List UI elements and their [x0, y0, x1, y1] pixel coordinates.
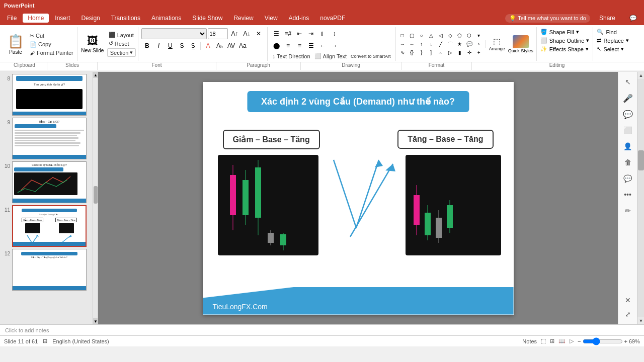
align-right-button[interactable]: ≡: [294, 40, 305, 51]
presentation-icon[interactable]: ▷: [570, 338, 574, 344]
vertical-scrollbar[interactable]: ▲ ▼: [637, 72, 644, 324]
hexagon-shape[interactable]: ⬡: [465, 32, 474, 40]
menu-novapdf[interactable]: novaPDF: [315, 14, 350, 23]
rtriangle-shape[interactable]: ◁: [436, 32, 445, 40]
v-scroll-thumb[interactable]: [638, 150, 644, 170]
chevron-shape[interactable]: ›: [474, 40, 484, 48]
align-left-button[interactable]: ⬤: [271, 40, 282, 51]
v-scroll-down[interactable]: ▼: [637, 317, 644, 324]
quick-styles-button[interactable]: Quick Styles: [507, 34, 534, 54]
change-case-button[interactable]: Aa: [237, 40, 248, 51]
new-slide-button[interactable]: 🖼 New Slide: [79, 35, 106, 53]
layout-button[interactable]: ⬛ Layout: [107, 31, 136, 39]
font-family-select[interactable]: [141, 28, 207, 39]
select-button[interactable]: ↖ Select ▾: [595, 45, 630, 53]
comments-icon[interactable]: 💬: [624, 14, 642, 23]
shape-effects-button[interactable]: ✨ Effects Shape ▾: [539, 45, 591, 53]
menu-animations[interactable]: Animations: [146, 14, 186, 23]
section-button[interactable]: Section ▾: [107, 48, 136, 57]
pen-icon[interactable]: ✏: [621, 204, 635, 218]
slide-img-8[interactable]: Tìm vùng tích lũy là gì?: [12, 74, 87, 116]
decrease-font-button[interactable]: A↓: [241, 28, 252, 39]
bold-button[interactable]: B: [141, 40, 152, 51]
more-shapes[interactable]: ▾: [474, 32, 484, 40]
menu-view[interactable]: View: [260, 14, 283, 23]
slide-img-10[interactable]: Cách xác định điều chỉnh là gì?: [12, 161, 87, 203]
erase-icon[interactable]: ⬜: [621, 123, 635, 137]
rtl-button[interactable]: ←: [317, 40, 328, 51]
brace-shape[interactable]: }: [417, 49, 426, 57]
replace-button[interactable]: ⇄ Replace ▾: [595, 37, 630, 44]
justify-button[interactable]: ☰: [305, 40, 316, 51]
slide-img-12[interactable]: Bầy – Bầy – Tầng (Supply) như thế nào?: [12, 249, 87, 291]
freeform-shape[interactable]: ∿: [398, 49, 407, 57]
scroll-thumb[interactable]: [94, 186, 98, 204]
line-shape[interactable]: ╱: [436, 40, 445, 48]
menu-insert[interactable]: Insert: [50, 14, 75, 23]
increase-indent-button[interactable]: ⇥: [305, 28, 316, 39]
cross-shape[interactable]: ✛: [465, 49, 474, 57]
reset-button[interactable]: ↺ Reset: [107, 40, 136, 47]
more-icon[interactable]: •••: [621, 188, 635, 202]
menu-addins[interactable]: Add-ins: [284, 14, 314, 23]
notes-bar[interactable]: Click to add notes: [0, 324, 644, 335]
paste-button[interactable]: 📋 Paste: [4, 33, 27, 56]
format-painter-button[interactable]: 🖌 Format Painter: [28, 49, 75, 56]
slide-thumb-12[interactable]: 12 Bầy – Bầy – Tầng (Supply) như thế nào…: [2, 249, 91, 291]
plus-shape[interactable]: +: [474, 49, 484, 57]
slide-thumb-9[interactable]: 9 Bằng – Gọi là Gì?: [2, 118, 91, 159]
underline-button[interactable]: U: [165, 40, 176, 51]
shadow-button[interactable]: S̲: [188, 40, 199, 51]
person-icon[interactable]: 👤: [621, 139, 635, 153]
text-highlight-button[interactable]: Aₕ: [214, 40, 225, 51]
bracket-shape[interactable]: ]: [427, 49, 436, 57]
star-shape[interactable]: ★: [455, 40, 464, 48]
v-scroll-track[interactable]: [637, 79, 644, 317]
darrow-shape[interactable]: ↓: [427, 40, 436, 48]
tell-me-input[interactable]: 💡 Tell me what you want to do: [505, 14, 590, 23]
find-button[interactable]: 🔍 Find: [595, 28, 630, 36]
align-center-button[interactable]: ≡: [282, 40, 293, 51]
oval-shape[interactable]: ○: [417, 32, 426, 40]
menu-design[interactable]: Design: [76, 14, 105, 23]
zoom-out-icon[interactable]: −: [578, 338, 581, 344]
rounded-rect-shape[interactable]: ▢: [408, 32, 417, 40]
arrange-button[interactable]: ⬚ Arrange: [488, 36, 506, 52]
close-sidebar-icon[interactable]: ✕: [621, 293, 635, 307]
slide-panel-scrollbar[interactable]: ▲ ▼: [93, 72, 98, 324]
scroll-down-arrow[interactable]: ▼: [93, 318, 98, 324]
slide-sorter-icon[interactable]: ⊞: [550, 338, 554, 344]
menu-transitions[interactable]: Transitions: [106, 14, 145, 23]
shape-outline-button[interactable]: ⬜ Shape Outline ▾: [539, 37, 591, 44]
menu-home[interactable]: Home: [23, 14, 49, 23]
mic-icon[interactable]: 🎤: [621, 91, 635, 105]
decrease-indent-button[interactable]: ⇤: [294, 28, 305, 39]
share-button[interactable]: Share: [594, 14, 620, 23]
zoom-slider[interactable]: [583, 337, 623, 345]
slide-thumb-11[interactable]: 11 Xác định 2 vùng Cầu... Giảm – Base – …: [2, 205, 91, 247]
numbered-list-button[interactable]: ≡#: [282, 28, 293, 39]
arc-shape[interactable]: ⌢: [436, 49, 445, 57]
connector-shape[interactable]: ⌒: [446, 40, 455, 48]
uarrow-shape[interactable]: ↑: [417, 40, 426, 48]
bullet-list-button[interactable]: ☰: [271, 28, 282, 39]
line-spacing-button[interactable]: ↕: [329, 28, 340, 39]
reading-view-icon[interactable]: 📖: [558, 338, 566, 344]
normal-view-icon[interactable]: ⬚: [541, 338, 546, 344]
font-size-input[interactable]: [208, 28, 228, 39]
equation-shape[interactable]: {}: [408, 49, 417, 57]
trash-icon[interactable]: 🗑: [621, 155, 635, 169]
cut-button[interactable]: ✂ Cut: [28, 32, 75, 40]
chat-icon[interactable]: 💬: [621, 107, 635, 121]
diamond-shape[interactable]: ◇: [446, 32, 455, 40]
font-color-button[interactable]: A: [202, 40, 213, 51]
comment-icon[interactable]: 💬: [621, 171, 635, 186]
rect-shape[interactable]: □: [398, 32, 407, 40]
char-spacing-button[interactable]: AV: [225, 40, 236, 51]
convert-smartart-button[interactable]: Convert to SmartArt: [349, 53, 392, 59]
v-scroll-up[interactable]: ▲: [637, 72, 644, 79]
shape-fill-button[interactable]: 🪣 Shape Fill ▾: [539, 28, 591, 36]
menu-review[interactable]: Review: [228, 14, 258, 23]
expand-icon[interactable]: ⤢: [621, 307, 635, 321]
slide-canvas[interactable]: Xác định 2 vùng Cầu (Demand) như thế nào…: [203, 82, 514, 315]
